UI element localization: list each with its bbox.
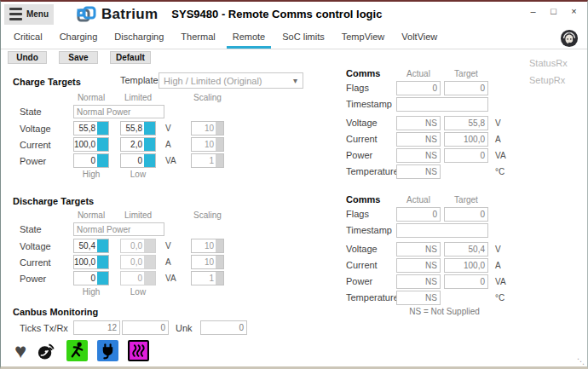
ticks-tx-field: 12 [73, 320, 120, 335]
charge-footer-row: High Low [13, 170, 337, 181]
column-header-actual: Actual [396, 195, 441, 205]
field-value: NS [397, 243, 440, 256]
charge-power-row: Power 0 0 VA 1 [13, 153, 337, 169]
field-value: 10 [192, 138, 216, 151]
tab-charging[interactable]: Charging [54, 27, 104, 49]
minimize-button[interactable]: – [527, 5, 539, 18]
field-value: 0 [397, 208, 440, 221]
current-unit: A [163, 140, 185, 149]
charge-power-normal-field[interactable]: 0 [73, 153, 109, 168]
footer-high: High [73, 287, 109, 298]
tab-discharging[interactable]: Discharging [108, 27, 170, 49]
canbus-ticks-row: Ticks Tx/Rx 12 0 Unk 0 [13, 320, 337, 336]
chevron-down-icon: ▾ [293, 76, 297, 85]
charge-current-normal-field[interactable]: 100,0 [73, 137, 109, 152]
state-label: State [20, 107, 73, 117]
power-target-field: 0 [444, 274, 488, 289]
undo-button[interactable]: Undo [8, 51, 47, 64]
timestamp-label: Timestamp [346, 225, 396, 235]
voltage-target-field: 50,4 [444, 242, 488, 257]
flags-label: Flags [346, 209, 396, 219]
field-value: 10 [192, 239, 216, 252]
discharge-power-row: Power 0 0 VA 1 [13, 270, 337, 286]
column-header-limited: Limited [120, 93, 156, 104]
save-button[interactable]: Save [59, 51, 98, 64]
support-agent-icon[interactable] [560, 27, 579, 49]
flags-target-field: 0 [444, 81, 488, 95]
discharge-current-limited-field: 0,0 [120, 255, 156, 269]
ticks-label: Ticks Tx/Rx [20, 323, 73, 333]
tab-soc-limits[interactable]: SoC limits [276, 27, 331, 49]
comms-voltage-row: Voltage NS 55,8 V [346, 115, 551, 130]
charge-targets-heading: Charge Targets [13, 77, 81, 87]
discharge-targets-heading: Discharge Targets [13, 196, 337, 206]
power-label: Power [20, 274, 73, 284]
field-value: 100,0 [445, 259, 487, 272]
field-value: 0 [74, 272, 97, 285]
spinner-handle[interactable] [97, 272, 108, 285]
footer-low: Low [120, 287, 156, 298]
discharge-state-row: State Normal Power [13, 222, 337, 237]
discharge-voltage-normal-field[interactable]: 50,4 [73, 239, 109, 253]
field-value: 1 [192, 272, 216, 285]
current-target-field: 100,0 [444, 258, 488, 273]
charge-current-limited-field[interactable]: 2,0 [120, 137, 156, 152]
default-button[interactable]: Default [110, 51, 151, 64]
discharge-voltage-scaling-field: 10 [191, 239, 224, 253]
charge-voltage-limited-field[interactable]: 55,8 [120, 121, 156, 135]
resize-grip[interactable]: ⋱ [577, 357, 585, 366]
field-value: 100,0 [445, 133, 487, 146]
current-label: Current [20, 140, 73, 150]
comms-heading: Comms [346, 194, 396, 205]
spinner-handle[interactable] [144, 154, 155, 167]
menu-button[interactable]: Menu [4, 4, 54, 25]
voltage-label: Voltage [20, 241, 73, 251]
tab-voltview[interactable]: VoltView [395, 27, 443, 49]
comms-voltage-row: Voltage NS 50,4 V [346, 241, 551, 257]
tab-remote[interactable]: Remote [227, 27, 272, 49]
tab-tempview[interactable]: TempView [336, 27, 391, 49]
flags-target-field: 0 [444, 207, 488, 222]
comms-power-row: Power NS 0 VA [346, 147, 551, 163]
plug-icon [97, 340, 118, 361]
spinner-handle[interactable] [97, 122, 108, 135]
column-header-actual: Actual [396, 69, 441, 78]
spinner-handle[interactable] [97, 239, 108, 252]
charge-state-row: State Normal Power [13, 104, 337, 119]
spinner-handle[interactable] [97, 154, 108, 167]
tab-thermal[interactable]: Thermal [175, 27, 221, 49]
spinner-handle[interactable] [97, 138, 108, 151]
comms-current-row: Current NS 100,0 A [346, 257, 551, 273]
runner-icon [66, 340, 88, 361]
setup-rx-label: SetupRx [529, 72, 568, 89]
discharge-current-scaling-field: 10 [191, 255, 224, 269]
voltage-unit: V [163, 241, 185, 251]
spinner-handle[interactable] [144, 138, 155, 151]
close-button[interactable]: × [568, 5, 580, 18]
flags-row: Flags 0 0 [346, 80, 551, 95]
field-value: 0 [445, 149, 487, 162]
brand-name: Batrium [101, 6, 158, 23]
template-dropdown[interactable]: High / Limited (Original) ▾ [159, 72, 303, 89]
unk-label: Unk [174, 323, 195, 333]
field-value: 0 [74, 154, 97, 167]
charge-power-limited-field[interactable]: 0 [120, 153, 156, 168]
discharge-voltage-limited-field: 0,0 [120, 239, 156, 253]
temperature-unit: °C [493, 167, 515, 176]
state-label: State [20, 224, 73, 234]
template-selected-value: High / Limited (Original) [164, 76, 293, 86]
flags-label: Flags [346, 83, 396, 93]
discharge-power-normal-field[interactable]: 0 [73, 271, 109, 285]
spinner-handle[interactable] [144, 122, 155, 135]
title-bar: Menu Batrium SYS9480 - Remote Comms cont… [1, 2, 587, 26]
field-value: 100,0 [74, 256, 97, 268]
discharge-current-normal-field[interactable]: 100,0 [73, 255, 109, 269]
template-label: Template [120, 75, 159, 85]
spinner-handle[interactable] [97, 256, 108, 268]
charge-voltage-normal-field[interactable]: 55,8 [73, 121, 109, 135]
maximize-button[interactable]: □ [547, 5, 560, 18]
app-window: Menu Batrium SYS9480 - Remote Comms cont… [0, 0, 588, 369]
current-label: Current [346, 260, 396, 270]
power-label: Power [346, 150, 396, 160]
tab-critical[interactable]: Critical [8, 27, 49, 49]
